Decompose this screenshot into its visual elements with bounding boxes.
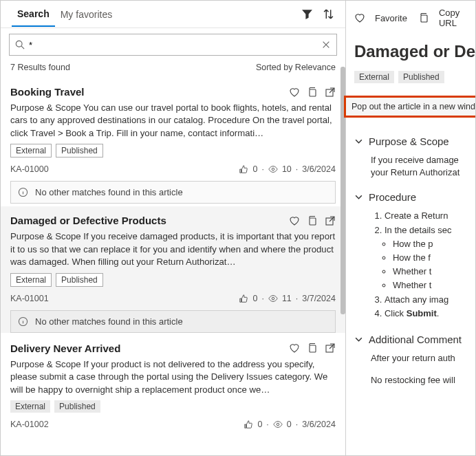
section-procedure[interactable]: Procedure (354, 191, 475, 203)
result-title: Delivery Never Arrived (10, 343, 289, 354)
link-icon[interactable] (307, 215, 318, 226)
result-title: Booking Travel (10, 86, 289, 98)
result-snippet: Purpose & Scope If you receive damaged p… (10, 230, 336, 268)
result-snippet: Purpose & Scope If your product is not d… (10, 358, 336, 396)
result-stats: 0 · 0 · 3/6/2024 (244, 420, 336, 429)
clear-icon[interactable] (321, 40, 331, 50)
result-card[interactable]: Booking Travel Purpose & Scope You can u… (1, 79, 345, 204)
link-icon[interactable] (307, 87, 318, 98)
result-card[interactable]: Delivery Never Arrived Purpose & Scope I… (1, 336, 345, 436)
tag: Published (56, 273, 103, 287)
tag-external: External (354, 71, 394, 83)
svg-point-7 (272, 297, 274, 300)
result-id: KA-01002 (10, 420, 244, 429)
no-match-banner: No other matches found in this article (10, 310, 336, 333)
tag: External (10, 273, 52, 287)
heart-icon[interactable] (289, 343, 300, 354)
results-list: Booking Travel Purpose & Scope You can u… (1, 79, 345, 455)
heart-icon[interactable] (354, 12, 365, 23)
svg-point-3 (272, 169, 274, 171)
svg-point-0 (16, 41, 22, 47)
tag: Published (54, 400, 100, 413)
sort-label: Sorted by Relevance (256, 63, 336, 72)
popout-icon[interactable] (325, 215, 336, 226)
svg-point-11 (277, 424, 279, 426)
section-purpose-scope[interactable]: Purpose & Scope (354, 135, 475, 147)
svg-rect-5 (310, 218, 316, 225)
tag: Published (56, 144, 103, 158)
result-snippet: Purpose & Scope You can use our travel p… (10, 102, 336, 140)
tab-search[interactable]: Search (12, 1, 55, 27)
tab-favorites[interactable]: My favorites (55, 2, 118, 26)
result-id: KA-01000 (10, 164, 239, 174)
copy-label[interactable]: Copy URL (439, 8, 475, 28)
section-additional[interactable]: Additional Comment (354, 334, 475, 345)
tag-published: Published (398, 71, 444, 83)
copy-icon[interactable] (418, 12, 429, 23)
filter-icon[interactable] (301, 8, 313, 20)
link-icon[interactable] (307, 343, 318, 354)
article-title: Damaged or De (354, 42, 475, 61)
no-match-banner: No other matches found in this article (10, 181, 336, 204)
result-stats: 0 · 10 · 3/6/2024 (239, 164, 336, 174)
favorite-label[interactable]: Favorite (375, 13, 407, 23)
svg-rect-12 (421, 15, 427, 22)
result-card[interactable]: Damaged or Defective Products Purpose & … (1, 206, 345, 332)
tag: External (10, 144, 52, 158)
heart-icon[interactable] (289, 215, 300, 226)
popout-tooltip: Pop out the article in a new window (344, 96, 476, 118)
search-input[interactable] (29, 40, 317, 50)
search-icon (15, 40, 25, 50)
heart-icon[interactable] (289, 87, 300, 98)
popout-icon[interactable] (325, 343, 336, 354)
tag: External (10, 400, 50, 413)
sort-icon[interactable] (323, 8, 334, 20)
svg-rect-1 (310, 89, 316, 96)
results-count: 7 Results found (10, 63, 70, 72)
result-stats: 0 · 11 · 3/7/2024 (239, 294, 336, 303)
popout-icon[interactable] (325, 87, 336, 98)
svg-rect-9 (310, 345, 316, 352)
result-title: Damaged or Defective Products (10, 215, 289, 226)
result-id: KA-01001 (10, 294, 239, 303)
